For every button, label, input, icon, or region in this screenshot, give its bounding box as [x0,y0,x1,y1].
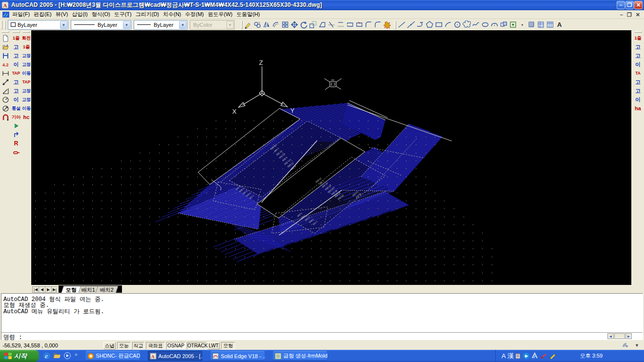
svg-text:A: A [3,2,7,8]
svg-text:4.2: 4.2 [2,62,9,67]
svg-text:X: X [232,108,237,115]
svg-text:Z: Z [259,59,263,66]
svg-text:A: A [151,354,155,359]
svg-text:Y: Y [290,107,295,114]
svg-text:e: e [45,352,48,360]
svg-text:A: A [557,21,562,28]
